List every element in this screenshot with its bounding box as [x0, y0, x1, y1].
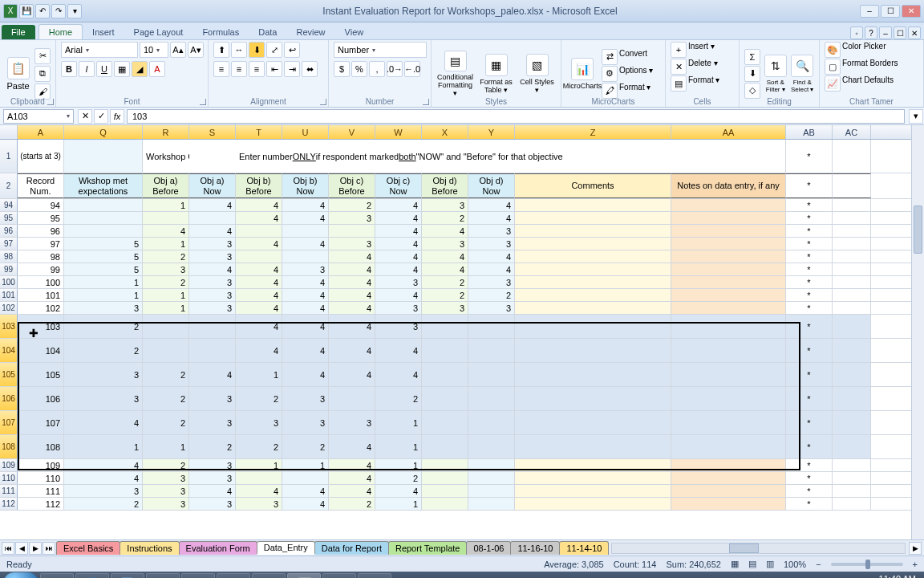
scroll-thumb[interactable]	[914, 206, 922, 254]
cell[interactable]	[515, 289, 671, 301]
cell[interactable]	[468, 472, 515, 484]
cell[interactable]: 4	[422, 225, 468, 237]
cell[interactable]: 4	[282, 238, 329, 250]
restore-button[interactable]: ☐	[881, 5, 900, 18]
col-header[interactable]: U	[282, 125, 329, 139]
cell[interactable]: 97	[18, 238, 64, 250]
cell[interactable]: 3	[189, 250, 236, 263]
cell[interactable]	[671, 289, 786, 301]
cell[interactable]: 100	[18, 276, 64, 288]
cell[interactable]	[671, 238, 786, 250]
cell[interactable]: 4	[189, 263, 236, 275]
cell[interactable]	[833, 472, 871, 484]
column-header-cell[interactable]: Obj b)Before	[236, 173, 282, 198]
cell[interactable]: 3	[468, 276, 515, 288]
decrease-indent-button[interactable]: ⇤	[266, 61, 282, 77]
cell[interactable]: *	[786, 459, 833, 471]
cell[interactable]: 4	[236, 339, 282, 362]
row-header[interactable]: 110	[0, 472, 18, 484]
cell[interactable]	[422, 459, 468, 471]
cell[interactable]: 3	[282, 411, 329, 434]
cell[interactable]	[833, 225, 871, 237]
taskbar-app[interactable]: 📘	[75, 573, 109, 578]
row-header[interactable]: 2	[0, 173, 18, 198]
cell[interactable]: 4	[375, 263, 422, 275]
cell[interactable]	[189, 315, 236, 338]
cell[interactable]	[282, 472, 329, 484]
column-header-cell[interactable]: Obj c)Before	[329, 173, 375, 198]
cell[interactable]: *	[786, 250, 833, 263]
cell[interactable]: 5	[64, 238, 143, 250]
cell[interactable]	[833, 250, 871, 263]
cell[interactable]	[422, 315, 468, 338]
cell[interactable]: 1	[64, 289, 143, 301]
col-header[interactable]: Z	[515, 125, 671, 139]
cell[interactable]: 1	[375, 411, 422, 434]
cell[interactable]	[468, 339, 515, 362]
cell[interactable]	[515, 363, 671, 386]
tab-nav-last[interactable]: ⏭	[43, 542, 55, 555]
cell[interactable]: 4	[282, 339, 329, 362]
cell[interactable]: 2	[64, 339, 143, 362]
tab-data[interactable]: Data	[249, 25, 286, 39]
row-header[interactable]: 96	[0, 225, 18, 237]
cell[interactable]: 2	[329, 199, 375, 211]
cut-button[interactable]: ✂	[34, 48, 51, 64]
cell[interactable]: 3	[189, 472, 236, 484]
cell[interactable]: 3	[236, 498, 282, 510]
cell[interactable]: 4	[143, 225, 189, 237]
cell[interactable]: 1	[143, 199, 189, 211]
cell[interactable]	[833, 199, 871, 211]
cell[interactable]: (starts at 3)	[18, 140, 64, 173]
cell[interactable]: 110	[18, 472, 64, 484]
col-header[interactable]: R	[143, 125, 189, 139]
cell[interactable]	[329, 225, 375, 237]
doc-restore-icon[interactable]: ☐	[894, 26, 906, 39]
row-header[interactable]: 1	[0, 140, 18, 173]
row-header[interactable]: 98	[0, 250, 18, 263]
cell[interactable]: *	[786, 363, 833, 386]
cell[interactable]	[515, 315, 671, 338]
tab-nav-first[interactable]: ⏮	[2, 542, 14, 555]
taskbar-firefox[interactable]: 🦊	[40, 573, 74, 578]
doc-close-icon[interactable]: ✕	[908, 26, 921, 39]
cell[interactable]	[468, 459, 515, 471]
column-header-cell[interactable]: Obj a)Before	[143, 173, 189, 198]
cell[interactable]: 1	[143, 302, 189, 314]
align-right-button[interactable]: ≡	[249, 61, 265, 77]
cell[interactable]: 2	[143, 363, 189, 386]
column-header-cell[interactable]: Obj a)Now	[189, 173, 236, 198]
cell[interactable]: 1	[282, 459, 329, 471]
cell[interactable]: *	[786, 238, 833, 250]
cell[interactable]: 101	[18, 289, 64, 301]
cell[interactable]: 4	[375, 238, 422, 250]
cell[interactable]	[329, 387, 375, 410]
cell[interactable]: 2	[143, 387, 189, 410]
cell[interactable]	[833, 411, 871, 434]
cell[interactable]	[422, 411, 468, 434]
sheet-tab[interactable]: 08-1-06	[466, 541, 511, 555]
cell[interactable]: 2	[375, 472, 422, 484]
align-left-button[interactable]: ≡	[213, 61, 229, 77]
formula-input[interactable]: 103	[127, 109, 905, 124]
cell[interactable]: 106	[18, 387, 64, 410]
cell[interactable]: 2	[143, 459, 189, 471]
borders-button[interactable]: ▦	[114, 61, 130, 77]
cell[interactable]: 1	[64, 276, 143, 288]
doc-minimize-icon[interactable]: –	[879, 26, 892, 39]
row-header[interactable]: 104	[0, 339, 18, 362]
cell[interactable]: 96	[18, 225, 64, 237]
row-header[interactable]: 107	[0, 411, 18, 434]
cell[interactable]	[422, 339, 468, 362]
cell[interactable]	[282, 225, 329, 237]
cell[interactable]	[671, 302, 786, 314]
sort-filter-button[interactable]: ⇅Sort & Filter ▾	[764, 51, 788, 97]
qat-customize[interactable]: ▾	[67, 4, 82, 18]
font-name-select[interactable]: Arial▾	[61, 42, 138, 58]
increase-indent-button[interactable]: ⇥	[284, 61, 300, 77]
cell[interactable]: 1	[143, 435, 189, 458]
cell[interactable]: 4	[282, 363, 329, 386]
cell[interactable]: 4	[375, 250, 422, 263]
cell[interactable]	[468, 315, 515, 338]
cell[interactable]	[671, 250, 786, 263]
